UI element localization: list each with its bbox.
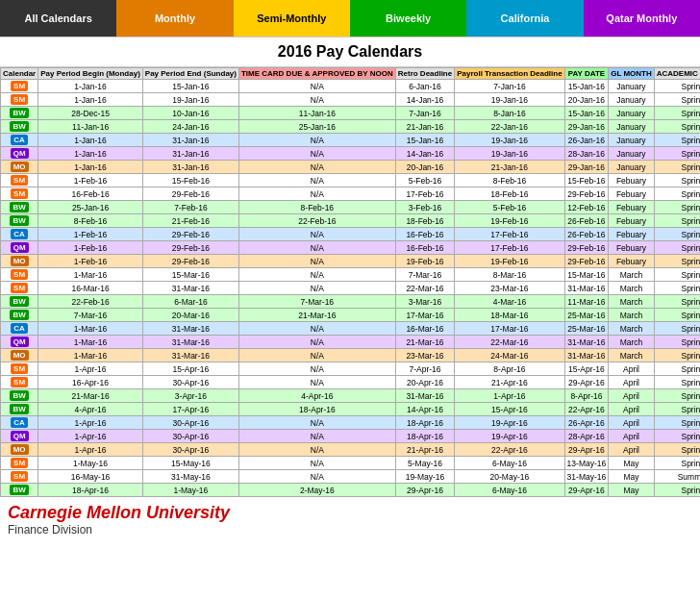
col-header-payroll-: Payroll Transaction Deadline: [455, 68, 564, 80]
legend-qatar-monthly: Qatar Monthly: [584, 0, 700, 37]
table-cell: Spring: [654, 107, 700, 120]
table-cell: N/A: [238, 443, 395, 457]
table-cell: May: [609, 470, 655, 484]
table-cell: BW: [1, 484, 38, 497]
table-cell: 22-Mar-16: [455, 336, 564, 349]
table-cell: 15-Mar-16: [142, 268, 238, 282]
table-cell: 5-Feb-16: [455, 201, 564, 214]
table-cell: 5-Feb-16: [395, 174, 454, 187]
table-cell: CA: [1, 416, 38, 430]
table-cell: CA: [1, 134, 38, 147]
main-title: 2016 Pay Calendars: [0, 37, 700, 67]
table-cell: SM: [1, 93, 38, 107]
table-cell: 22-Apr-16: [455, 443, 564, 457]
table-row: SM1-Mar-1615-Mar-16N/A7-Mar-168-Mar-1615…: [1, 268, 701, 282]
table-cell: SM: [1, 457, 38, 470]
table-cell: 8-Feb-16: [38, 214, 143, 228]
table-cell: Spring: [654, 309, 700, 322]
table-cell: Spring: [654, 255, 700, 268]
table-cell: 24-Jan-16: [142, 120, 238, 134]
table-cell: 1-Jan-16: [38, 161, 143, 174]
table-cell: N/A: [238, 134, 395, 147]
table-cell: March: [609, 322, 655, 336]
table-row: MO1-Feb-1629-Feb-16N/A19-Feb-1619-Feb-16…: [1, 255, 701, 268]
table-cell: N/A: [238, 187, 395, 201]
table-cell: 31-Jan-16: [142, 147, 238, 161]
table-cell: MO: [1, 443, 38, 457]
table-cell: April: [609, 403, 655, 416]
table-cell: CA: [1, 322, 38, 336]
table-cell: 28-Dec-15: [38, 107, 143, 120]
table-cell: 11-Mar-16: [564, 295, 609, 309]
table-cell: 3-Feb-16: [395, 201, 454, 214]
table-cell: 19-Jan-16: [455, 134, 564, 147]
table-cell: Spring: [654, 147, 700, 161]
table-row: SM1-Apr-1615-Apr-16N/A7-Apr-168-Apr-1615…: [1, 362, 701, 376]
table-cell: SM: [1, 376, 38, 389]
table-cell: N/A: [238, 174, 395, 187]
table-cell: 17-Mar-16: [395, 309, 454, 322]
table-cell: 18-Apr-16: [38, 484, 143, 497]
table-cell: 16-Feb-16: [38, 187, 143, 201]
table-cell: 31-Mar-16: [395, 389, 454, 403]
table-cell: 1-May-16: [142, 484, 238, 497]
table-cell: 1-Mar-16: [38, 349, 143, 362]
table-cell: 11-Jan-16: [238, 107, 395, 120]
table-cell: Spring: [654, 120, 700, 134]
table-cell: N/A: [238, 255, 395, 268]
table-cell: 16-May-16: [38, 470, 143, 484]
table-cell: N/A: [238, 336, 395, 349]
table-cell: 19-Apr-16: [455, 430, 564, 443]
table-row: SM1-Feb-1615-Feb-16N/A5-Feb-168-Feb-1615…: [1, 174, 701, 187]
col-header-academic: ACADEMIC PERIOD: [654, 68, 700, 80]
table-cell: 21-Mar-16: [38, 389, 143, 403]
table-cell: MO: [1, 349, 38, 362]
table-cell: SM: [1, 80, 38, 93]
table-cell: 19-Apr-16: [455, 416, 564, 430]
table-cell: 31-Mar-16: [564, 282, 609, 295]
table-cell: 7-Jan-16: [455, 80, 564, 93]
table-cell: 17-Feb-16: [455, 241, 564, 255]
table-cell: 15-May-16: [142, 457, 238, 470]
table-cell: 15-Jan-16: [564, 107, 609, 120]
table-cell: 21-Apr-16: [455, 376, 564, 389]
table-cell: 11-Jan-16: [38, 120, 143, 134]
table-cell: SM: [1, 174, 38, 187]
table-cell: 29-Jan-16: [564, 120, 609, 134]
university-name: Carnegie Mellon University: [8, 503, 692, 523]
table-row: BW11-Jan-1624-Jan-1625-Jan-1621-Jan-1622…: [1, 120, 701, 134]
table-cell: 19-Jan-16: [455, 93, 564, 107]
table-cell: 7-Mar-16: [395, 268, 454, 282]
table-cell: 15-Feb-16: [564, 174, 609, 187]
table-cell: 16-Mar-16: [38, 282, 143, 295]
col-header-calendar: Calendar: [1, 68, 38, 80]
table-cell: Spring: [654, 484, 700, 497]
table-row: CA1-Apr-1630-Apr-16N/A18-Apr-1619-Apr-16…: [1, 416, 701, 430]
table-cell: January: [609, 147, 655, 161]
table-cell: January: [609, 161, 655, 174]
table-cell: 14-Apr-16: [395, 403, 454, 416]
table-cell: 29-Feb-16: [564, 241, 609, 255]
table-cell: May: [609, 457, 655, 470]
table-cell: 25-Jan-16: [38, 201, 143, 214]
table-cell: 6-Jan-16: [395, 80, 454, 93]
table-cell: Spring: [654, 443, 700, 457]
table-row: BW7-Mar-1620-Mar-1621-Mar-1617-Mar-1618-…: [1, 309, 701, 322]
table-cell: 19-Feb-16: [455, 214, 564, 228]
col-header-pay-date: PAY DATE: [564, 68, 609, 80]
table-row: CA1-Mar-1631-Mar-16N/A16-Mar-1617-Mar-16…: [1, 322, 701, 336]
table-cell: Febuary: [609, 201, 655, 214]
table-cell: 16-Feb-16: [395, 228, 454, 241]
table-cell: 5-May-16: [395, 457, 454, 470]
table-cell: 29-Feb-16: [564, 187, 609, 201]
table-cell: 18-Mar-16: [455, 309, 564, 322]
table-cell: 15-Feb-16: [142, 174, 238, 187]
table-cell: Spring: [654, 241, 700, 255]
table-cell: April: [609, 443, 655, 457]
table-cell: N/A: [238, 228, 395, 241]
table-cell: 26-Apr-16: [564, 416, 609, 430]
table-cell: 20-May-16: [455, 470, 564, 484]
table-cell: 29-Feb-16: [142, 228, 238, 241]
table-cell: 16-Apr-16: [38, 376, 143, 389]
table-cell: 29-Feb-16: [142, 187, 238, 201]
